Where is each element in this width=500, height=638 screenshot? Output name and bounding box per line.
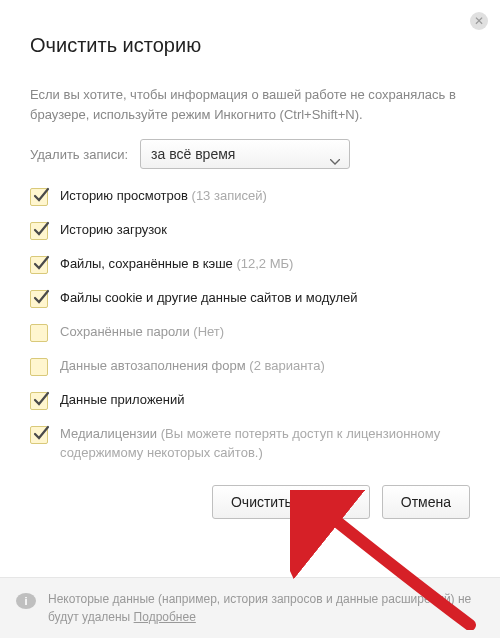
option-checkbox[interactable] (30, 358, 48, 376)
option-label: Историю загрузок (60, 222, 167, 237)
close-button[interactable]: ✕ (470, 12, 488, 30)
clear-history-button[interactable]: Очистить историю (212, 485, 370, 519)
cancel-button[interactable]: Отмена (382, 485, 470, 519)
footer-text: Некоторые данные (например, история запр… (48, 592, 471, 624)
option-row: Данные приложений (30, 391, 470, 410)
option-row: Данные автозаполнения форм (2 варианта) (30, 357, 470, 376)
footer-more-link[interactable]: Подробнее (134, 610, 196, 624)
option-row: Историю просмотров (13 записей) (30, 187, 470, 206)
option-text: Сохранённые пароли (Нет) (60, 323, 224, 342)
option-row: Историю загрузок (30, 221, 470, 240)
option-label: Данные автозаполнения форм (60, 358, 246, 373)
option-text: Медиалицензии (Вы можете потерять доступ… (60, 425, 470, 463)
option-extra: (Нет) (193, 324, 224, 339)
option-checkbox[interactable] (30, 426, 48, 444)
option-row: Файлы, сохранённые в кэше (12,2 МБ) (30, 255, 470, 274)
option-text: Историю просмотров (13 записей) (60, 187, 267, 206)
option-checkbox[interactable] (30, 256, 48, 274)
option-text: Данные приложений (60, 391, 185, 410)
dialog-title: Очистить историю (30, 34, 470, 57)
option-label: Данные приложений (60, 392, 185, 407)
close-icon: ✕ (474, 15, 484, 27)
option-extra: (12,2 МБ) (236, 256, 293, 271)
option-label: Сохранённые пароли (60, 324, 190, 339)
time-range-value: за всё время (151, 146, 235, 162)
time-range-select[interactable]: за всё время (140, 139, 350, 169)
option-label: Историю просмотров (60, 188, 188, 203)
option-extra: (2 варианта) (249, 358, 324, 373)
footer-note: i Некоторые данные (например, история за… (0, 577, 500, 638)
incognito-hint: Если вы хотите, чтобы информация о вашей… (30, 85, 470, 125)
option-checkbox[interactable] (30, 324, 48, 342)
option-label: Медиалицензии (60, 426, 157, 441)
option-text: Историю загрузок (60, 221, 167, 240)
option-text: Файлы, сохранённые в кэше (12,2 МБ) (60, 255, 293, 274)
time-range-label: Удалить записи: (30, 147, 128, 162)
option-extra: (13 записей) (192, 188, 267, 203)
chevron-down-icon (330, 152, 340, 168)
info-icon: i (16, 593, 36, 609)
option-row: Сохранённые пароли (Нет) (30, 323, 470, 342)
option-row: Файлы cookie и другие данные сайтов и мо… (30, 289, 470, 308)
option-row: Медиалицензии (Вы можете потерять доступ… (30, 425, 470, 463)
option-checkbox[interactable] (30, 222, 48, 240)
option-text: Данные автозаполнения форм (2 варианта) (60, 357, 325, 376)
option-label: Файлы, сохранённые в кэше (60, 256, 233, 271)
option-checkbox[interactable] (30, 188, 48, 206)
option-checkbox[interactable] (30, 392, 48, 410)
option-text: Файлы cookie и другие данные сайтов и мо… (60, 289, 358, 308)
option-label: Файлы cookie и другие данные сайтов и мо… (60, 290, 358, 305)
option-checkbox[interactable] (30, 290, 48, 308)
